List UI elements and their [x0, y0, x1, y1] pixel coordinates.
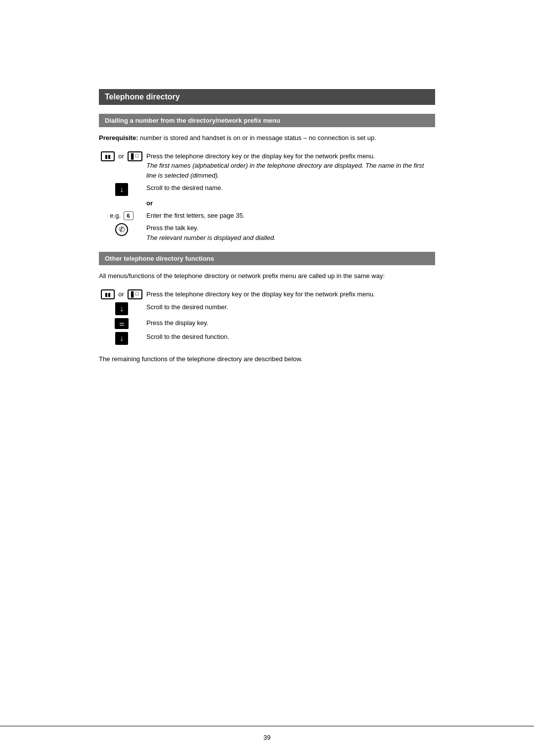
- section2-title: Other telephone directory functions: [105, 255, 214, 262]
- main-title: Telephone directory: [105, 93, 180, 101]
- page-container: Telephone directory Dialling a number fr…: [0, 0, 534, 756]
- prerequisite-body: number is stored and handset is on or in…: [138, 134, 376, 142]
- network-prefix-icon: ▋☐: [128, 151, 142, 161]
- step2-scroll-desc: Scroll to the desired number.: [144, 301, 435, 317]
- page-number: 39: [264, 734, 270, 741]
- content-area: Telephone directory Dialling a number fr…: [99, 0, 435, 364]
- step2-dir-desc: Press the telephone directory key or the…: [144, 288, 435, 301]
- table-row: or: [99, 197, 435, 209]
- table-row: ▮▮ or ▋☐ Press the telephone directory k…: [99, 150, 435, 182]
- section2: Other telephone directory functions All …: [99, 252, 435, 364]
- down-arrow-icon: ↓: [115, 183, 128, 196]
- display-key-icon: ⚌: [115, 318, 129, 329]
- prerequisite-label: Prerequisite:: [99, 134, 138, 142]
- icon-cell-scroll: ↓: [99, 182, 144, 197]
- step2-scroll2-desc: Scroll to the desired function.: [144, 331, 435, 346]
- icon-cell-dir2: ▮▮ or ▋☐: [99, 288, 144, 301]
- icon-cell-scroll2: ↓: [99, 301, 144, 317]
- table-row: ⚌ Press the display key.: [99, 317, 435, 331]
- step-talk-desc: Press the talk key. The relevant number …: [144, 222, 435, 244]
- step-talk-italic: The relevant number is displayed and dia…: [146, 234, 276, 241]
- table-row: ✆ Press the talk key. The relevant numbe…: [99, 222, 435, 244]
- key-6-icon: 6: [124, 211, 134, 220]
- directory-icon: ▮▮: [101, 151, 115, 161]
- step-dir-desc: Press the telephone directory key or the…: [144, 150, 435, 182]
- section2-intro: All menus/functions of the telephone dir…: [99, 271, 435, 281]
- section2-instruction-table: ▮▮ or ▋☐ Press the telephone directory k…: [99, 288, 435, 347]
- icon-cell-eg: e.g. 6: [99, 209, 144, 222]
- section1-instruction-table: ▮▮ or ▋☐ Press the telephone directory k…: [99, 150, 435, 244]
- bottom-divider: [0, 726, 534, 726]
- table-row: ↓ Scroll to the desired function.: [99, 331, 435, 346]
- prerequisite-text: Prerequisite: number is stored and hands…: [99, 133, 435, 143]
- down-arrow-icon3: ↓: [115, 332, 128, 345]
- icon-cell-dir: ▮▮ or ▋☐: [99, 150, 144, 182]
- icon-cell-or: [99, 197, 144, 209]
- section1-title: Dialling a number from the directory/net…: [105, 117, 280, 124]
- or-label: or: [144, 197, 435, 209]
- eg-text: e.g.: [110, 212, 121, 219]
- step2-display-desc: Press the display key.: [144, 317, 435, 331]
- step-scroll-desc: Scroll to the desired name.: [144, 182, 435, 197]
- table-row: ▮▮ or ▋☐ Press the telephone directory k…: [99, 288, 435, 301]
- main-title-bar: Telephone directory: [99, 89, 435, 105]
- section2-title-bar: Other telephone directory functions: [99, 252, 435, 265]
- step-dir-italic: The first names (alphabetical order) in …: [146, 162, 424, 179]
- down-arrow-icon2: ↓: [115, 302, 128, 315]
- icon-cell-display: ⚌: [99, 317, 144, 331]
- section2-footer: The remaining functions of the telephone…: [99, 354, 435, 364]
- talk-key-icon: ✆: [115, 223, 128, 236]
- table-row: ↓ Scroll to the desired name.: [99, 182, 435, 197]
- network-prefix-icon2: ▋☐: [128, 289, 142, 299]
- directory-icon2: ▮▮: [101, 289, 115, 299]
- table-row: ↓ Scroll to the desired number.: [99, 301, 435, 317]
- step-letters-desc: Enter the first letters, see page 35.: [144, 209, 435, 222]
- section1: Dialling a number from the directory/net…: [99, 114, 435, 244]
- icon-cell-scroll3: ↓: [99, 331, 144, 346]
- table-row: e.g. 6 Enter the first letters, see page…: [99, 209, 435, 222]
- icon-cell-talk: ✆: [99, 222, 144, 244]
- section1-title-bar: Dialling a number from the directory/net…: [99, 114, 435, 127]
